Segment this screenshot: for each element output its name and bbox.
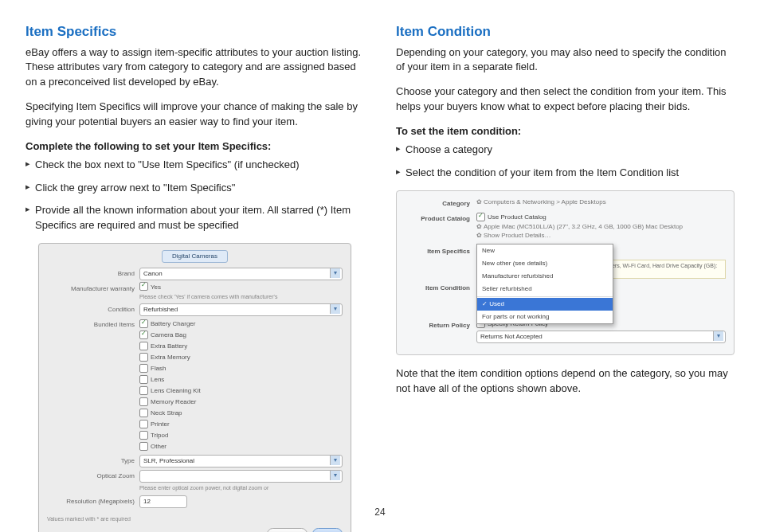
left-step: Provide all the known information about … <box>25 203 364 233</box>
brand-label: Brand <box>47 268 135 279</box>
catalog-value: Apple iMac (MC510LL/A) (27", 3.2 GHz, 4 … <box>484 223 683 230</box>
page-number: 24 <box>0 506 760 519</box>
heading-item-specifics: Item Specifics <box>25 22 364 42</box>
dd-option-parts[interactable]: For parts or not working <box>477 311 613 323</box>
right-step: Select the condition of your item from t… <box>396 166 735 181</box>
brand-select[interactable]: Canon <box>139 268 343 280</box>
bundled-checkbox[interactable] <box>139 420 148 428</box>
category-label: Category <box>405 198 470 209</box>
product-catalog-label: Product Catalog <box>405 213 470 224</box>
bundled-item-label: Other <box>151 443 166 450</box>
right-steps-list: Choose a category Select the condition o… <box>396 143 735 181</box>
resolution-label: Resolution (Megapixels) <box>47 495 135 507</box>
bundled-checkbox[interactable] <box>139 319 148 328</box>
bundled-item-label: Lens <box>151 376 164 383</box>
warranty-help: Please check 'Yes' if camera comes with … <box>139 293 343 301</box>
bundled-item-label: Camera Bag <box>151 331 186 338</box>
bundled-item-label: Extra Memory <box>151 354 190 361</box>
bundled-checkbox[interactable] <box>139 342 148 350</box>
zoom-select[interactable] <box>139 470 343 483</box>
bundled-item-label: Lens Cleaning Kit <box>151 387 201 394</box>
right-note: Note that the item condition options dep… <box>396 366 735 397</box>
dd-option-new[interactable]: New <box>477 244 613 257</box>
left-step: Click the grey arrow next to "Item Speci… <box>25 181 364 196</box>
dd-option-used[interactable]: Used <box>477 298 613 311</box>
bundled-checkbox[interactable] <box>139 364 148 373</box>
warranty-label: Manufacturer warranty <box>47 283 135 294</box>
condition-select[interactable]: Refurbished <box>139 303 343 316</box>
warranty-checkbox[interactable] <box>139 282 148 291</box>
dd-option-seller-refurb[interactable]: Seller refurbished <box>477 283 613 295</box>
screenshot-item-condition: Category ✿Computers & Networking > Apple… <box>396 190 735 355</box>
dd-option-manu-refurb[interactable]: Manufacturer refurbished <box>477 270 613 283</box>
right-step: Choose a category <box>396 143 735 158</box>
bundled-item-label: Battery Charger <box>151 320 195 327</box>
bundled-item-label: Tripod <box>151 432 168 439</box>
heading-item-condition: Item Condition <box>396 22 735 42</box>
right-para-2: Choose your category and then select the… <box>396 84 735 115</box>
tab-active[interactable]: Digital Cameras <box>162 250 228 263</box>
left-para-2: Specifying Item Specifics will improve y… <box>25 100 364 130</box>
type-select[interactable]: SLR, Professional <box>139 455 343 467</box>
bundled-checkbox[interactable] <box>139 375 148 384</box>
left-para-1: eBay offers a way to assign item-specifi… <box>25 45 364 91</box>
left-steps-list: Check the box next to "Use Item Specific… <box>25 158 364 233</box>
show-details-link[interactable]: Show Product Details… <box>484 232 550 239</box>
right-column: Item Condition Depending on your categor… <box>396 22 735 524</box>
gear-icon[interactable]: ✿ <box>476 223 482 230</box>
item-specifics-label: Item Specifics <box>405 245 470 256</box>
dd-option-new-other[interactable]: New other (see details) <box>477 257 613 270</box>
bundled-checkbox[interactable] <box>139 353 148 362</box>
use-catalog-label: Use Product Catalog <box>488 213 546 221</box>
condition-dropdown[interactable]: New New other (see details) Manufacturer… <box>476 244 613 324</box>
bundled-items-list: Battery ChargerCamera BagExtra BatteryEx… <box>139 319 343 452</box>
zoom-label: Optical Zoom <box>47 470 135 481</box>
ok-button[interactable]: OK <box>312 528 343 532</box>
type-label: Type <box>47 455 135 466</box>
bundled-item-label: Extra Battery <box>151 342 187 350</box>
bundled-checkbox[interactable] <box>139 397 148 406</box>
screenshot-item-specifics: Digital Cameras Brand Canon Manufacturer… <box>38 243 351 532</box>
right-para-1: Depending on your category, you may also… <box>396 45 735 76</box>
bundled-checkbox[interactable] <box>139 409 148 417</box>
bundled-item-label: Neck Strap <box>151 409 182 417</box>
left-column: Item Specifics eBay offers a way to assi… <box>25 22 364 524</box>
cancel-button[interactable]: Cancel <box>267 528 308 532</box>
warranty-value: Yes <box>151 284 161 291</box>
bundled-checkbox[interactable] <box>139 331 148 339</box>
left-step: Check the box next to "Use Item Specific… <box>25 158 364 173</box>
bundled-checkbox[interactable] <box>139 442 148 451</box>
return-policy-label: Return Policy <box>405 319 470 331</box>
bundled-checkbox[interactable] <box>139 386 148 395</box>
bundled-item-label: Printer <box>151 421 170 428</box>
item-condition-label: Item Condition <box>405 282 470 293</box>
bundled-label: Bundled Items <box>47 319 135 330</box>
category-value: Computers & Networking > Apple Desktops <box>484 198 606 205</box>
bundled-item-label: Flash <box>151 365 166 372</box>
return-policy-select[interactable]: Returns Not Accepted <box>476 331 726 343</box>
zoom-help: Please enter optical zoom power, not dig… <box>139 484 343 492</box>
use-catalog-checkbox[interactable] <box>476 213 485 221</box>
right-steps-heading: To set the item condition: <box>396 124 735 139</box>
bundled-checkbox[interactable] <box>139 431 148 440</box>
condition-label: Condition <box>47 303 135 315</box>
gear-icon[interactable]: ✿ <box>476 232 482 239</box>
left-steps-heading: Complete the following to set your Item … <box>25 139 364 155</box>
bundled-item-label: Memory Reader <box>151 398 196 405</box>
gear-icon[interactable]: ✿ <box>476 198 482 205</box>
tab-bar: Digital Cameras <box>47 250 343 263</box>
